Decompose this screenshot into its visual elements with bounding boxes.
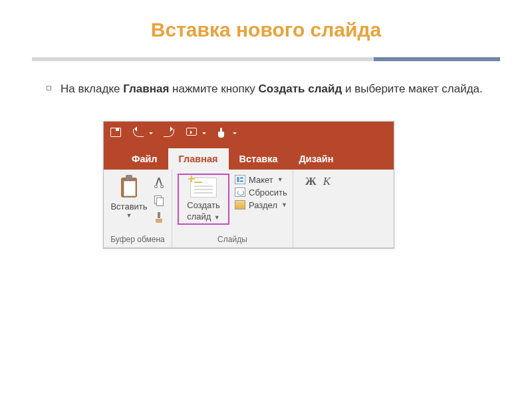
clipboard-icon (119, 175, 139, 199)
format-painter-button[interactable] (152, 211, 166, 224)
new-slide-button[interactable]: Создать слайд ▼ (178, 174, 229, 225)
present-dropdown-icon[interactable] (202, 132, 206, 136)
save-icon[interactable] (110, 128, 122, 140)
tab-home[interactable]: Главная (168, 148, 229, 170)
new-slide-label-1: Создать (179, 200, 228, 210)
quick-access-toolbar (104, 122, 394, 146)
paste-label: Вставить (109, 201, 149, 211)
new-slide-icon (190, 178, 217, 198)
paste-dropdown-icon[interactable]: ▼ (109, 212, 149, 219)
reset-button[interactable]: Сбросить (235, 188, 287, 198)
powerpoint-ribbon-screenshot: Файл Главная Вставка Дизайн Вставить ▼ (103, 121, 394, 249)
start-from-beginning-icon[interactable] (186, 128, 198, 140)
group-slides: Создать слайд ▼ Макет ▼ Сбросить (172, 170, 293, 247)
section-label: Раздел (249, 200, 277, 210)
italic-button[interactable]: К (323, 175, 331, 188)
paste-button[interactable]: Вставить ▼ (109, 172, 149, 219)
layout-button[interactable]: Макет ▼ (235, 175, 287, 185)
brush-icon (154, 212, 164, 223)
tab-design[interactable]: Дизайн (289, 148, 344, 170)
group-slides-label: Слайды (178, 233, 287, 247)
copy-icon (154, 196, 164, 205)
section-icon (235, 200, 245, 209)
copy-button[interactable] (152, 194, 166, 207)
layout-icon (235, 175, 245, 184)
cut-button[interactable] (152, 176, 166, 190)
reset-label: Сбросить (249, 188, 287, 198)
instruction-bullet: На вкладке Главная нажмите кнопку Создат… (47, 81, 495, 97)
qat-customize-dropdown-icon[interactable] (233, 132, 237, 136)
title-divider (32, 57, 500, 61)
undo-icon[interactable] (133, 128, 145, 140)
redo-icon[interactable] (164, 128, 176, 140)
new-slide-label-2: слайд (187, 211, 211, 221)
bullet-marker (47, 86, 51, 90)
touch-mode-icon[interactable] (217, 128, 229, 140)
group-clipboard: Вставить ▼ Буфер обмена (104, 170, 172, 247)
reset-icon (235, 188, 245, 197)
layout-dropdown-icon[interactable]: ▼ (277, 176, 283, 183)
undo-dropdown-icon[interactable] (149, 132, 153, 136)
instruction-text: На вкладке Главная нажмите кнопку Создат… (61, 81, 483, 97)
bold-button[interactable]: Ж (305, 175, 317, 188)
group-font-partial: Ж К (293, 170, 336, 247)
ribbon-tabs: Файл Главная Вставка Дизайн (104, 146, 394, 170)
section-dropdown-icon[interactable]: ▼ (281, 201, 287, 208)
group-font-label (299, 242, 331, 247)
new-slide-dropdown-icon[interactable]: ▼ (214, 214, 220, 221)
ribbon-body: Вставить ▼ Буфер обмена Создать (104, 170, 394, 248)
tab-insert[interactable]: Вставка (229, 148, 289, 170)
tab-file[interactable]: Файл (121, 148, 168, 170)
layout-label: Макет (249, 175, 273, 185)
section-button[interactable]: Раздел ▼ (235, 200, 287, 210)
slide-title: Вставка нового слайда (0, 0, 532, 41)
scissors-icon (154, 178, 164, 188)
group-clipboard-label: Буфер обмена (109, 233, 166, 247)
